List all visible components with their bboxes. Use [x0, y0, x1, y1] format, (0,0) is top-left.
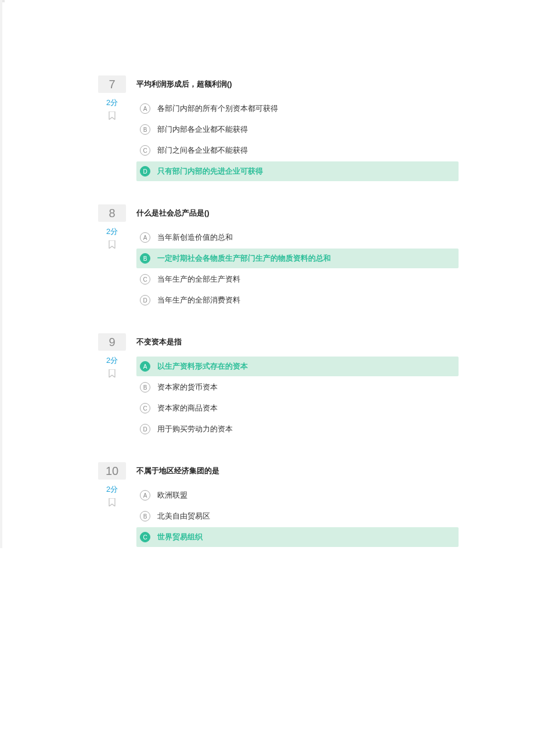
option-letter: C	[140, 145, 150, 156]
option-text: 用于购买劳动力的资本	[157, 424, 233, 434]
option-text: 欧洲联盟	[157, 490, 187, 501]
bookmark-icon[interactable]	[98, 498, 126, 507]
quiz-page: 72分平均利润形成后，超额利润()A各部门内部的所有个别资本都可获得B部门内部各…	[0, 0, 534, 548]
answer-option[interactable]: A欧洲联盟	[136, 485, 459, 505]
option-letter: A	[140, 361, 150, 372]
answer-option[interactable]: D用于购买劳动力的资本	[136, 419, 459, 439]
question-score: 2分	[98, 226, 126, 237]
answer-option[interactable]: D当年生产的全部消费资料	[136, 290, 459, 310]
question-meta: 102分	[98, 462, 126, 507]
answer-option[interactable]: D只有部门内部的先进企业可获得	[136, 161, 459, 181]
option-text: 以生产资料形式存在的资本	[157, 361, 248, 372]
question-number: 7	[98, 75, 126, 93]
answer-option[interactable]: C资本家的商品资本	[136, 398, 459, 418]
option-letter: B	[140, 253, 150, 264]
option-letter: C	[140, 403, 150, 413]
answer-option[interactable]: B部门内部各企业都不能获得	[136, 120, 459, 139]
bookmark-icon[interactable]	[98, 240, 126, 250]
question-block: 82分什么是社会总产品是()A当年新创造价值的总和B一定时期社会各物质生产部门生…	[98, 204, 459, 311]
option-text: 各部门内部的所有个别资本都可获得	[157, 103, 278, 114]
question-text: 什么是社会总产品是()	[136, 204, 459, 222]
option-text: 北美自由贸易区	[157, 511, 210, 521]
answer-option[interactable]: A各部门内部的所有个别资本都可获得	[136, 99, 459, 118]
answer-option[interactable]: C当年生产的全部生产资料	[136, 269, 459, 289]
question-meta: 92分	[98, 333, 126, 379]
answer-option[interactable]: B资本家的货币资本	[136, 377, 459, 397]
option-text: 部门内部各企业都不能获得	[157, 124, 248, 135]
option-letter: A	[140, 232, 150, 243]
option-letter: D	[140, 424, 150, 434]
question-body: 不变资本是指A以生产资料形式存在的资本B资本家的货币资本C资本家的商品资本D用于…	[126, 333, 459, 440]
bookmark-icon[interactable]	[98, 111, 126, 121]
option-text: 只有部门内部的先进企业可获得	[157, 166, 263, 177]
question-number: 8	[98, 204, 126, 222]
option-letter: C	[140, 274, 150, 285]
option-text: 一定时期社会各物质生产部门生产的物质资料的总和	[157, 253, 331, 264]
option-letter: B	[140, 511, 150, 521]
question-score: 2分	[98, 98, 126, 108]
question-block: 92分不变资本是指A以生产资料形式存在的资本B资本家的货币资本C资本家的商品资本…	[98, 333, 459, 440]
question-meta: 72分	[98, 75, 126, 121]
question-block: 72分平均利润形成后，超额利润()A各部门内部的所有个别资本都可获得B部门内部各…	[98, 75, 459, 182]
bookmark-icon[interactable]	[98, 369, 126, 379]
question-score: 2分	[98, 484, 126, 495]
answer-option[interactable]: A当年新创造价值的总和	[136, 228, 459, 247]
option-letter: D	[140, 166, 150, 177]
answer-option[interactable]: C部门之间各企业都不能获得	[136, 141, 459, 160]
question-meta: 82分	[98, 204, 126, 250]
option-letter: B	[140, 124, 150, 135]
option-text: 世界贸易组织	[157, 532, 203, 542]
option-text: 部门之间各企业都不能获得	[157, 145, 248, 156]
option-letter: B	[140, 382, 150, 393]
question-score: 2分	[98, 355, 126, 366]
option-text: 资本家的商品资本	[157, 403, 218, 413]
question-text: 不变资本是指	[136, 333, 459, 351]
option-text: 资本家的货币资本	[157, 382, 218, 393]
option-letter: A	[140, 103, 150, 114]
answer-option[interactable]: A以生产资料形式存在的资本	[136, 357, 459, 376]
question-number: 10	[98, 462, 126, 480]
option-text: 当年生产的全部消费资料	[157, 295, 240, 305]
option-text: 当年生产的全部生产资料	[157, 274, 240, 285]
question-text: 不属于地区经济集团的是	[136, 462, 459, 480]
option-letter: C	[140, 532, 150, 542]
answer-option[interactable]: C世界贸易组织	[136, 527, 459, 547]
question-body: 什么是社会总产品是()A当年新创造价值的总和B一定时期社会各物质生产部门生产的物…	[126, 204, 459, 311]
answer-option[interactable]: B北美自由贸易区	[136, 506, 459, 526]
question-body: 平均利润形成后，超额利润()A各部门内部的所有个别资本都可获得B部门内部各企业都…	[126, 75, 459, 182]
option-letter: D	[140, 295, 150, 305]
option-text: 当年新创造价值的总和	[157, 232, 233, 243]
question-text: 平均利润形成后，超额利润()	[136, 75, 459, 93]
option-letter: A	[140, 490, 150, 501]
question-body: 不属于地区经济集团的是A欧洲联盟B北美自由贸易区C世界贸易组织	[126, 462, 459, 548]
question-block: 102分不属于地区经济集团的是A欧洲联盟B北美自由贸易区C世界贸易组织	[98, 462, 459, 548]
answer-option[interactable]: B一定时期社会各物质生产部门生产的物质资料的总和	[136, 249, 459, 268]
question-number: 9	[98, 333, 126, 351]
